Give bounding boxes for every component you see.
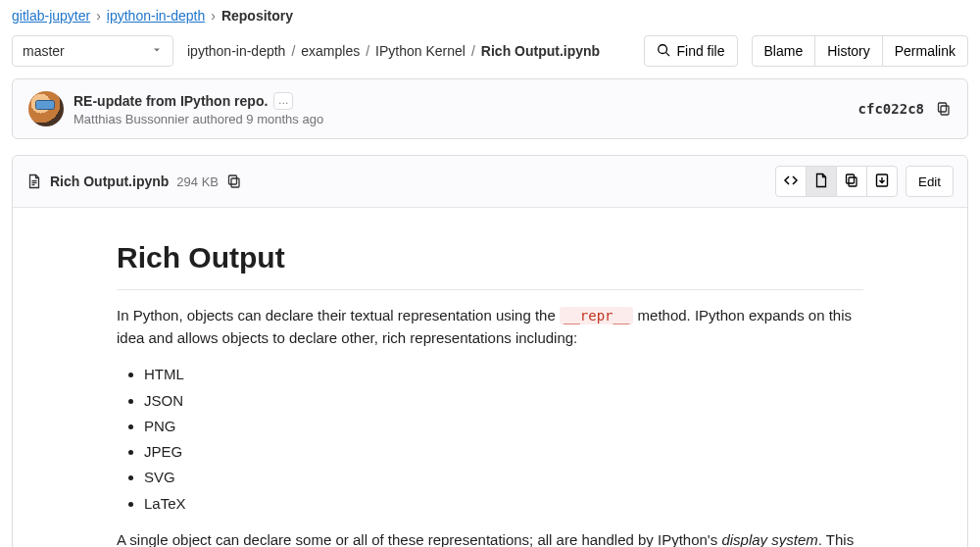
- file-icon: [26, 174, 42, 189]
- path-segment[interactable]: ipython-in-depth: [187, 43, 285, 59]
- list-item: JSON: [144, 389, 863, 412]
- file-size: 294 KB: [176, 174, 219, 189]
- path-segment[interactable]: examples: [301, 43, 360, 59]
- branch-selector[interactable]: master: [12, 35, 173, 67]
- code-icon: [783, 173, 799, 191]
- inline-code: __repr__: [560, 307, 633, 324]
- file-toolbar: master ipython-in-depth / examples / IPy…: [12, 35, 968, 67]
- path-breadcrumb: ipython-in-depth / examples / IPython Ke…: [187, 43, 630, 59]
- notebook-content: Rich Output In Python, objects can decla…: [13, 208, 967, 547]
- file-header: Rich Output.ipynb 294 KB: [13, 156, 967, 208]
- svg-rect-8: [228, 175, 236, 184]
- source-view-button[interactable]: [775, 166, 807, 197]
- breadcrumb-link[interactable]: gitlab-jupyter: [12, 8, 90, 24]
- chevron-down-icon: [151, 43, 163, 59]
- file-nav-actions: Blame History Permalink: [752, 35, 969, 67]
- list-item: PNG: [144, 415, 863, 437]
- expand-commit-message-button[interactable]: …: [273, 92, 293, 110]
- download-button[interactable]: [866, 166, 898, 197]
- chevron-right-icon: ›: [96, 8, 101, 24]
- download-icon: [874, 173, 890, 191]
- copy-file-button[interactable]: [836, 166, 867, 197]
- last-commit: RE-update from IPython repo. … Matthias …: [12, 78, 968, 139]
- list-item: SVG: [144, 466, 863, 488]
- rendered-view-button[interactable]: [806, 166, 837, 197]
- svg-point-0: [659, 44, 667, 53]
- formats-list: HTML JSON PNG JPEG SVG LaTeX: [117, 363, 863, 515]
- file-name: Rich Output.ipynb: [50, 174, 169, 189]
- svg-rect-9: [849, 177, 857, 186]
- list-item: LaTeX: [144, 492, 863, 515]
- copy-icon: [844, 173, 859, 191]
- list-item: HTML: [144, 363, 863, 385]
- svg-line-1: [666, 52, 670, 56]
- svg-rect-10: [847, 174, 855, 183]
- commit-meta: Matthias Bussonnier authored 9 months ag…: [74, 112, 323, 126]
- breadcrumb-current: Repository: [221, 8, 293, 24]
- commit-sha[interactable]: cfc022c8: [858, 101, 924, 117]
- commit-title[interactable]: RE-update from IPython repo.: [74, 93, 268, 109]
- path-segment[interactable]: IPython Kernel: [375, 43, 466, 59]
- branch-name: master: [23, 43, 65, 59]
- copy-icon[interactable]: [936, 101, 952, 117]
- find-file-button[interactable]: Find file: [644, 35, 737, 67]
- svg-rect-3: [939, 103, 947, 112]
- breadcrumb-link[interactable]: ipython-in-depth: [107, 8, 205, 24]
- history-button[interactable]: History: [814, 35, 883, 67]
- svg-rect-2: [941, 106, 949, 115]
- outro-paragraph: A single object can declare some or all …: [117, 528, 863, 547]
- copy-file-path-icon[interactable]: [226, 174, 242, 189]
- list-item: JPEG: [144, 440, 863, 463]
- path-leaf: Rich Output.ipynb: [481, 43, 600, 59]
- document-icon: [813, 173, 829, 191]
- view-mode-toggle: [775, 166, 898, 197]
- page-title: Rich Output: [117, 235, 863, 290]
- blame-button[interactable]: Blame: [752, 35, 816, 67]
- breadcrumb: gitlab-jupyter › ipython-in-depth › Repo…: [12, 8, 968, 24]
- file-panel: Rich Output.ipynb 294 KB: [12, 155, 968, 547]
- intro-paragraph: In Python, objects can declare their tex…: [117, 304, 863, 350]
- edit-button[interactable]: Edit: [906, 166, 954, 197]
- search-icon: [657, 43, 670, 60]
- permalink-button[interactable]: Permalink: [882, 35, 968, 67]
- svg-rect-7: [231, 178, 239, 187]
- avatar[interactable]: [28, 91, 64, 126]
- chevron-right-icon: ›: [211, 8, 216, 24]
